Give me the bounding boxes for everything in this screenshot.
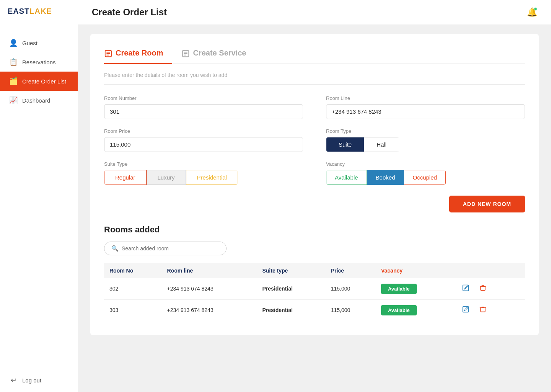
search-bar[interactable]: 🔍 <box>104 242 227 255</box>
col-room-line: Room line <box>162 263 257 278</box>
rooms-added-title: Rooms added <box>104 225 525 235</box>
svg-rect-9 <box>481 286 485 291</box>
room-number-group: Room Number <box>104 95 303 119</box>
col-price: Price <box>326 263 376 278</box>
suite-type-regular-btn[interactable]: Regular <box>104 170 147 185</box>
sidebar-item-label-reservations: Reservations <box>22 59 56 65</box>
tab-create-room-label: Create Room <box>116 49 163 57</box>
notification-dot <box>534 7 537 11</box>
logo-east: EAST <box>8 7 29 15</box>
room-price-group: Room Price <box>104 128 303 152</box>
rooms-table: Room No Room line Suite type Price Vacan… <box>104 263 525 321</box>
cell-room-line: +234 913 674 8243 <box>162 278 257 300</box>
add-new-room-button[interactable]: ADD NEW ROOM <box>449 196 525 212</box>
room-price-label: Room Price <box>104 128 303 134</box>
cell-vacancy: Available <box>376 278 453 300</box>
room-line-input[interactable] <box>326 104 525 119</box>
search-icon: 🔍 <box>111 245 119 252</box>
tab-bar: Create Room Create Service <box>104 45 525 64</box>
room-type-hall-btn[interactable]: Hall <box>364 137 399 152</box>
logout-label: Log out <box>22 377 41 384</box>
room-line-group: Room Line <box>326 95 525 119</box>
cell-room-line: +234 913 674 8243 <box>162 299 257 321</box>
vacancy-booked-btn[interactable]: Booked <box>367 170 404 185</box>
logout-icon: ↩ <box>9 376 18 384</box>
room-type-suite-btn[interactable]: Suite <box>326 137 364 152</box>
delete-icon[interactable] <box>475 284 491 295</box>
cell-actions <box>453 299 525 321</box>
cell-vacancy: Available <box>376 299 453 321</box>
vacancy-toggle: Available Booked Occupied <box>326 170 446 185</box>
sidebar-item-reservations[interactable]: 📋 Reservations <box>0 52 78 72</box>
delete-icon[interactable] <box>475 305 491 316</box>
suite-type-luxury-btn[interactable]: Luxury <box>147 170 186 185</box>
table-row: 302 +234 913 674 8243 Presidential 115,0… <box>104 278 525 300</box>
cell-price: 115,000 <box>326 278 376 300</box>
col-suite-type: Suite type <box>257 263 325 278</box>
tab-create-service-label: Create Service <box>193 49 246 57</box>
logout-button[interactable]: ↩ Log out <box>0 368 78 392</box>
sidebar-item-label-dashboard: Dashboard <box>22 97 50 104</box>
room-number-label: Room Number <box>104 95 303 101</box>
cell-room-no: 302 <box>104 278 162 300</box>
edit-icon[interactable] <box>458 305 475 316</box>
create-room-tab-icon <box>104 49 112 58</box>
sidebar: EASTLAKE 👤 Guest 📋 Reservations 🗂️ Creat… <box>0 0 78 392</box>
table-row: 303 +234 913 674 8243 Presidential 115,0… <box>104 299 525 321</box>
dashboard-icon: 📈 <box>9 96 18 105</box>
cell-actions <box>453 278 525 300</box>
create-service-tab-icon <box>181 49 190 58</box>
suite-type-toggle: Regular Luxury Presidential <box>104 170 238 185</box>
add-room-row: ADD NEW ROOM <box>104 196 525 212</box>
sidebar-item-dashboard[interactable]: 📈 Dashboard <box>0 91 78 110</box>
suite-type-label: Suite Type <box>104 161 303 167</box>
suite-type-presidential-btn[interactable]: Presidential <box>186 170 238 185</box>
create-order-icon: 🗂️ <box>9 77 18 85</box>
col-actions <box>453 263 525 278</box>
sidebar-item-guest[interactable]: 👤 Guest <box>0 33 78 52</box>
sidebar-nav: 👤 Guest 📋 Reservations 🗂️ Create Order L… <box>0 22 78 368</box>
topbar: Create Order List 🔔 <box>78 0 551 25</box>
room-type-toggle: Suite Hall <box>326 137 399 152</box>
page-title: Create Order List <box>92 7 167 18</box>
notification-bell[interactable]: 🔔 <box>527 7 537 17</box>
vacancy-group: Vacancy Available Booked Occupied <box>326 161 525 185</box>
form-subtitle: Please enter the details of the room you… <box>104 72 525 85</box>
col-vacancy: Vacancy <box>376 263 453 278</box>
edit-icon[interactable] <box>458 284 475 295</box>
form-card: Create Room Create Service Please <box>90 34 539 335</box>
sidebar-item-create-order-list[interactable]: 🗂️ Create Order List <box>0 72 78 91</box>
logo-lake: LAKE <box>29 7 52 15</box>
cell-price: 115,000 <box>326 299 376 321</box>
room-line-label: Room Line <box>326 95 525 101</box>
content: Create Room Create Service Please <box>78 25 551 392</box>
room-price-input[interactable] <box>104 137 303 152</box>
cell-room-no: 303 <box>104 299 162 321</box>
sidebar-item-label-guest: Guest <box>22 40 37 46</box>
cell-suite-type: Presidential <box>257 299 325 321</box>
suite-type-group: Suite Type Regular Luxury Presidential <box>104 161 303 185</box>
tab-create-room[interactable]: Create Room <box>104 45 172 64</box>
room-type-label: Room Type <box>326 128 525 134</box>
reservations-icon: 📋 <box>9 58 18 66</box>
room-type-group: Room Type Suite Hall <box>326 128 525 152</box>
main: Create Order List 🔔 <box>78 0 551 392</box>
vacancy-label: Vacancy <box>326 161 525 167</box>
logo: EASTLAKE <box>0 0 78 22</box>
svg-rect-11 <box>481 308 485 312</box>
vacancy-available-btn[interactable]: Available <box>326 170 367 185</box>
vacancy-occupied-btn[interactable]: Occupied <box>404 170 445 185</box>
form-grid: Room Number Room Line Room Price Room Ty… <box>104 95 525 185</box>
search-input[interactable] <box>122 245 219 252</box>
rooms-added-section: Rooms added 🔍 Room No Room line Suite ty… <box>104 225 525 321</box>
col-room-no: Room No <box>104 263 162 278</box>
sidebar-item-label-create-order: Create Order List <box>22 78 66 85</box>
room-number-input[interactable] <box>104 104 303 119</box>
tab-create-service[interactable]: Create Service <box>181 45 255 64</box>
cell-suite-type: Presidential <box>257 278 325 300</box>
guest-icon: 👤 <box>9 39 18 47</box>
